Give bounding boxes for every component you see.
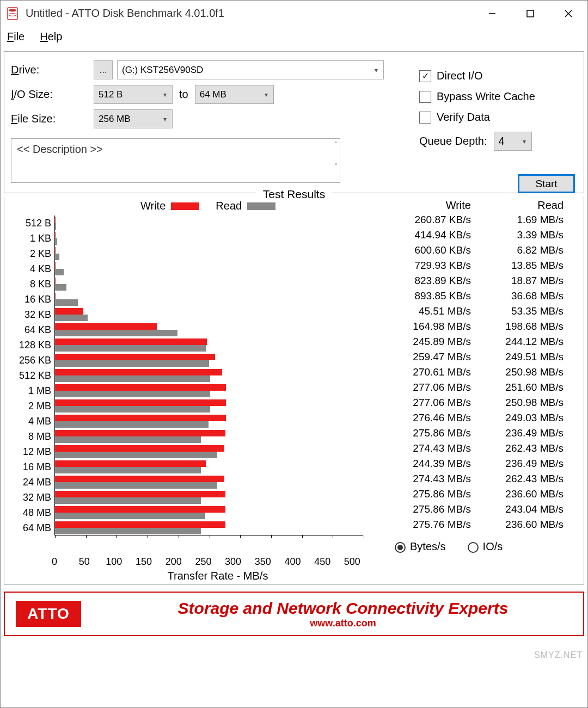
bar-read xyxy=(55,299,78,306)
table-row: 275.86 MB/s243.04 MB/s xyxy=(373,503,564,519)
ios-per-sec-radio[interactable]: IO/s xyxy=(468,540,503,553)
watermark: SMYZ.NET xyxy=(534,650,583,660)
chart-category-label: 8 MB xyxy=(4,429,54,444)
chart-category-label: 16 KB xyxy=(4,292,54,307)
bar-read xyxy=(55,269,64,275)
bar-read xyxy=(55,467,201,473)
bar-read xyxy=(55,513,205,519)
chart-plot xyxy=(54,216,363,535)
chart-category-label: 48 MB xyxy=(4,505,54,520)
chart-category-label: 2 KB xyxy=(4,246,54,261)
bar-read xyxy=(55,452,217,458)
bar-read xyxy=(55,223,56,230)
table-row: 600.60 KB/s6.82 MB/s xyxy=(373,244,564,260)
table-row: 729.93 KB/s13.85 MB/s xyxy=(373,260,564,275)
bar-write xyxy=(55,262,56,269)
spin-up-icon[interactable]: ˄ xyxy=(334,141,338,149)
x-tick-label: 300 xyxy=(222,556,244,568)
table-row: 274.43 MB/s262.43 MB/s xyxy=(373,473,564,488)
chart-category-label: 64 KB xyxy=(4,322,54,337)
table-row: 275.86 MB/s236.49 MB/s xyxy=(373,427,564,442)
chart-x-axis: 050100150200250300350400450500 xyxy=(54,556,363,568)
maximize-button[interactable] xyxy=(511,1,549,26)
io-size-from-select[interactable]: 512 B▾ xyxy=(94,85,173,104)
file-size-select[interactable]: 256 MB▾ xyxy=(94,109,173,128)
table-row: 244.39 MB/s236.49 MB/s xyxy=(373,458,564,473)
bar-write xyxy=(55,308,83,315)
bar-read xyxy=(55,482,217,489)
x-tick-label: 150 xyxy=(133,556,155,568)
chart-category-label: 8 KB xyxy=(4,276,54,292)
bar-write xyxy=(55,491,225,497)
spin-down-icon[interactable]: ˅ xyxy=(334,163,338,170)
bar-read xyxy=(55,254,59,260)
chart-category-label: 2 MB xyxy=(4,398,54,414)
bar-write xyxy=(55,338,207,345)
test-results-title: Test Results xyxy=(256,188,332,201)
bar-read xyxy=(55,391,210,397)
table-row: 259.47 MB/s249.51 MB/s xyxy=(373,351,564,366)
menu-file[interactable]: File xyxy=(7,30,24,43)
chart-category-label: 1 MB xyxy=(4,383,54,398)
bytes-per-sec-radio[interactable]: Bytes/s xyxy=(395,540,446,553)
bar-write xyxy=(55,506,225,513)
chart-category-label: 512 KB xyxy=(4,368,54,383)
table-row: 245.89 MB/s244.12 MB/s xyxy=(373,336,564,351)
bar-read xyxy=(55,284,66,291)
file-size-label: File Size: xyxy=(8,113,94,125)
banner-tagline: Storage and Network Connectivity Experts xyxy=(114,599,572,618)
drive-select[interactable]: (G:) KST256V90SD ▾ xyxy=(117,60,384,79)
queue-depth-label: Queue Depth: xyxy=(419,135,487,147)
direct-io-checkbox[interactable]: ✓ Direct I/O xyxy=(419,70,572,82)
bar-read xyxy=(55,436,201,443)
chart-category-label: 16 MB xyxy=(4,459,54,475)
chart-category-label: 64 MB xyxy=(4,520,54,535)
chart-category-label: 12 MB xyxy=(4,444,54,459)
bar-write xyxy=(55,247,56,254)
table-row: 274.43 MB/s262.43 MB/s xyxy=(373,442,564,458)
bar-write xyxy=(55,460,206,467)
x-tick-label: 400 xyxy=(282,556,304,568)
bar-write xyxy=(55,521,225,528)
bar-write xyxy=(55,415,226,421)
io-size-to-select[interactable]: 64 MB▾ xyxy=(195,85,274,104)
chart-category-label: 512 B xyxy=(4,216,54,231)
table-row: 45.51 MB/s53.35 MB/s xyxy=(373,305,564,321)
queue-depth-select[interactable]: 4▾ xyxy=(494,132,532,151)
bar-write xyxy=(55,384,226,391)
bar-write xyxy=(55,399,226,406)
description-input[interactable]: << Description >> ˄˅ xyxy=(11,138,340,183)
checkbox-icon xyxy=(419,91,431,103)
table-row: 414.94 KB/s3.39 MB/s xyxy=(373,229,564,244)
chevron-down-icon: ▾ xyxy=(375,66,378,74)
close-button[interactable] xyxy=(549,1,587,26)
x-tick-label: 50 xyxy=(74,556,95,568)
verify-data-checkbox[interactable]: Verify Data xyxy=(419,111,572,124)
bar-read xyxy=(55,330,177,336)
start-button[interactable]: Start xyxy=(518,174,575,193)
bar-write xyxy=(55,278,56,284)
bar-write xyxy=(55,430,225,436)
bar-read xyxy=(55,360,209,367)
table-row: 277.06 MB/s251.60 MB/s xyxy=(373,381,564,397)
bar-read xyxy=(55,315,88,321)
drive-browse-button[interactable]: ... xyxy=(94,60,113,79)
chevron-down-icon: ▾ xyxy=(523,138,526,145)
minimize-button[interactable] xyxy=(473,1,511,26)
chart-category-label: 128 KB xyxy=(4,337,54,353)
bar-write xyxy=(55,293,56,299)
bar-write xyxy=(55,354,215,360)
x-tick-label: 450 xyxy=(311,556,333,568)
chart-category-label: 4 MB xyxy=(4,414,54,429)
x-tick-label: 100 xyxy=(103,556,125,568)
bar-write xyxy=(55,369,222,375)
menu-help[interactable]: Help xyxy=(40,30,62,43)
table-header-read: Read xyxy=(471,199,564,212)
bypass-write-cache-checkbox[interactable]: Bypass Write Cache xyxy=(419,90,572,103)
chart-y-labels: 512 B1 KB2 KB4 KB8 KB16 KB32 KB64 KB128 … xyxy=(4,216,54,553)
table-row: 276.46 MB/s249.03 MB/s xyxy=(373,412,564,427)
table-row: 277.06 MB/s250.98 MB/s xyxy=(373,397,564,412)
io-size-label: I/O Size: xyxy=(8,88,94,101)
bar-write xyxy=(55,476,224,482)
svg-point-1 xyxy=(9,9,16,11)
